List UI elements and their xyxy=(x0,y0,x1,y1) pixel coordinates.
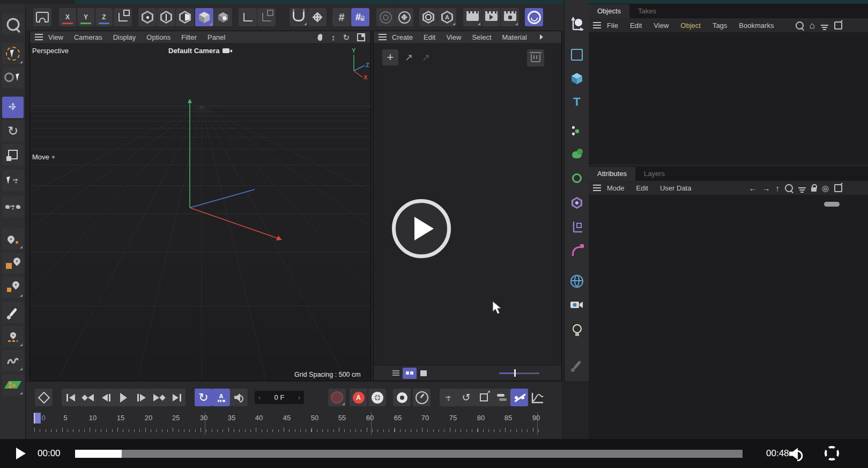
instance-axis-button[interactable] xyxy=(567,217,587,236)
metaball-generator-button[interactable] xyxy=(567,145,587,164)
unlink-material-icon[interactable]: ↗ xyxy=(422,53,430,62)
grid-lock-button[interactable]: # xyxy=(351,8,369,26)
objects-menu-view[interactable]: View xyxy=(648,21,674,30)
objects-menu-bookmarks[interactable]: Bookmarks xyxy=(733,21,780,30)
hamburger-icon[interactable] xyxy=(35,34,43,35)
object-axis-tool-button[interactable] xyxy=(567,14,587,33)
current-frame-field[interactable]: ‹ 0 F › xyxy=(255,391,304,404)
parent-up-icon[interactable]: ↑ xyxy=(775,184,780,193)
timeline-window-button[interactable] xyxy=(463,8,481,26)
text-spline-button[interactable]: T xyxy=(567,92,587,112)
maximize-view-icon[interactable] xyxy=(357,33,365,41)
viewport-3d-view[interactable]: Perspective Default Camera Y Z X Move + … xyxy=(30,43,370,381)
keyframe-button[interactable] xyxy=(35,389,53,406)
viewport-menu-options[interactable]: Options xyxy=(141,33,176,41)
cube-primitive-button[interactable] xyxy=(567,69,587,88)
bend-deformer-button[interactable] xyxy=(567,242,587,261)
z-axis-lock-button[interactable]: Z xyxy=(95,8,113,26)
generator-settings-button[interactable] xyxy=(567,169,587,188)
tab-attributes[interactable]: Attributes xyxy=(589,167,635,181)
viewport-menu-panel[interactable]: Panel xyxy=(202,33,231,41)
search-icon[interactable] xyxy=(785,184,793,192)
hamburger-icon[interactable] xyxy=(379,34,387,35)
live-selection-tool-button[interactable] xyxy=(2,43,24,64)
rotate-tool-button[interactable]: ↻ xyxy=(2,120,24,142)
display-filter-button[interactable] xyxy=(419,8,437,26)
rectangle-spline-button[interactable] xyxy=(567,45,587,64)
object-tree-area[interactable] xyxy=(589,32,868,164)
attributes-slider-pill[interactable] xyxy=(824,202,840,207)
objects-menu-file[interactable]: File xyxy=(601,21,624,30)
spline-sketch-tool-button[interactable] xyxy=(2,326,24,347)
open-fcurve-button[interactable] xyxy=(529,389,546,406)
viewport-menu-display[interactable]: Display xyxy=(108,33,142,41)
video-overlay-play-button[interactable] xyxy=(392,199,451,258)
record-scale-button[interactable]: ↗ xyxy=(475,389,493,406)
goto-end-button[interactable] xyxy=(168,389,186,406)
video-progress-bar[interactable] xyxy=(75,450,743,458)
filter-icon[interactable] xyxy=(821,25,828,26)
undo-button[interactable] xyxy=(33,8,51,26)
attributes-menu-edit[interactable]: Edit xyxy=(630,184,654,192)
snap-toggle-button[interactable] xyxy=(290,8,308,26)
autokeying-button[interactable]: A xyxy=(350,389,367,406)
object-axis-button[interactable] xyxy=(257,8,276,26)
material-menu-material[interactable]: Material xyxy=(497,33,532,41)
array-generator-button[interactable] xyxy=(567,121,587,141)
tab-layers[interactable]: Layers xyxy=(635,167,673,181)
keying-settings-button[interactable] xyxy=(368,389,386,406)
y-axis-lock-button[interactable]: Y xyxy=(77,8,94,26)
viewport-menu-view[interactable]: View xyxy=(43,33,69,41)
keyframe-selection-button[interactable] xyxy=(393,389,411,406)
x-axis-lock-button[interactable]: X xyxy=(59,8,76,26)
record-pla-button[interactable] xyxy=(510,389,528,406)
sky-environment-button[interactable] xyxy=(567,272,587,291)
search-icon[interactable] xyxy=(796,21,804,30)
record-parameter-button[interactable] xyxy=(493,389,510,406)
loop-playback-button[interactable]: ↻ xyxy=(195,389,212,406)
model-mode-button[interactable] xyxy=(195,8,213,26)
objects-menu-edit[interactable]: Edit xyxy=(624,21,648,30)
frame-decrement-icon[interactable]: ‹ xyxy=(258,393,261,401)
view-type-label[interactable]: Perspective xyxy=(32,47,69,55)
previous-frame-button[interactable] xyxy=(97,389,115,406)
dolly-icon[interactable]: ↕ xyxy=(331,33,336,41)
viewport-menu-cameras[interactable]: Cameras xyxy=(69,33,108,41)
hamburger-icon[interactable] xyxy=(593,185,601,186)
objects-menu-object[interactable]: Object xyxy=(674,21,707,30)
search-tool-button[interactable] xyxy=(2,13,24,35)
lock-icon[interactable] xyxy=(811,187,817,192)
points-mode-button[interactable] xyxy=(138,8,157,26)
record-position-button[interactable]: ↕↕ xyxy=(440,389,457,406)
frame-increment-icon[interactable]: › xyxy=(298,393,300,401)
timeline-settings-button[interactable] xyxy=(501,8,519,26)
load-material-icon[interactable]: ↗ xyxy=(405,53,413,62)
move-tool-button[interactable]: ↕↕ xyxy=(2,97,24,118)
volume-icon[interactable] xyxy=(789,448,803,460)
sketch-tool-button[interactable] xyxy=(2,350,24,371)
camera-label[interactable]: Default Camera xyxy=(168,47,229,55)
keyframe-pointer-button[interactable] xyxy=(413,389,431,406)
material-icon-view-button[interactable] xyxy=(417,368,431,379)
edges-mode-button[interactable] xyxy=(157,8,175,26)
timeline-ruler[interactable]: 0 5 10 15 20 25 30 35 40 45 50 55 60 65 … xyxy=(26,411,562,439)
filter-icon[interactable] xyxy=(798,187,806,188)
scatter-move-tool-button[interactable]: ↕↕ xyxy=(2,196,24,217)
material-list-view-button[interactable] xyxy=(389,368,403,379)
attributes-menu-userdata[interactable]: User Data xyxy=(654,184,698,192)
record-snapshot-button[interactable] xyxy=(328,389,346,406)
open-window-icon[interactable] xyxy=(834,184,842,192)
spline-mask-button[interactable] xyxy=(567,193,587,213)
delete-material-button[interactable] xyxy=(527,49,544,67)
play-mode-button[interactable]: A xyxy=(212,389,230,406)
scale-tool-button[interactable] xyxy=(2,144,24,165)
menu-more-icon[interactable] xyxy=(540,34,543,40)
video-play-button[interactable] xyxy=(16,448,26,459)
material-menu-select[interactable]: Select xyxy=(466,33,496,41)
next-key-button[interactable] xyxy=(150,389,168,406)
open-window-icon[interactable] xyxy=(834,21,842,30)
grid-toggle-button[interactable]: # xyxy=(332,8,351,26)
workplane-button[interactable] xyxy=(114,8,132,26)
material-menu-edit[interactable]: Edit xyxy=(418,33,441,41)
hamburger-icon[interactable] xyxy=(593,22,601,23)
